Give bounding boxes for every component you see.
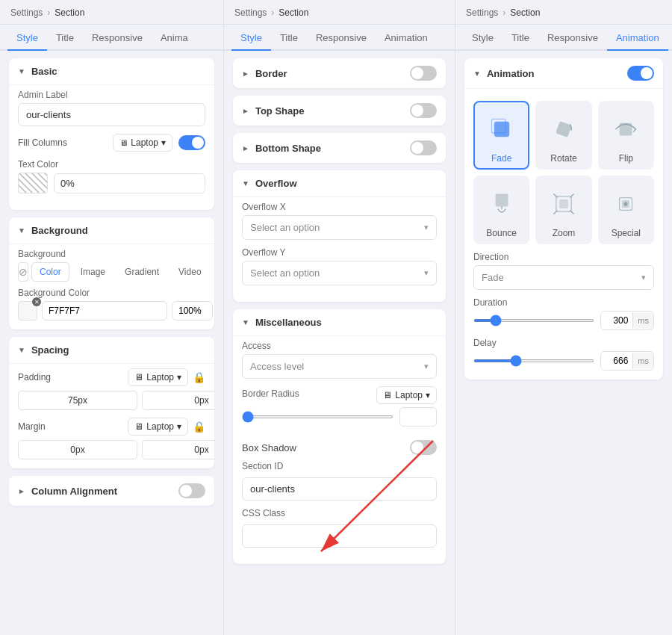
tab-responsive-left[interactable]: Responsive [83,25,152,51]
box-shadow-row: Box Shadow [242,434,437,461]
right-panel-content: ▼ Animation Fade [455,51,672,635]
tab-animation-right[interactable]: Animation [607,25,668,51]
bg-color-remove[interactable]: ✕ [32,297,41,306]
direction-value: Fade [482,272,504,283]
margin-device-row: Margin 🖥 Laptop ▾ 🔒 [18,418,205,436]
border-radius-value[interactable] [399,407,437,427]
tab-title-right[interactable]: Title [503,25,538,51]
left-breadcrumb: Settings › Section [0,0,223,25]
mid-breadcrumb-settings[interactable]: Settings [234,7,267,18]
anim-flip-card[interactable]: Flip [598,101,654,170]
padding-top[interactable] [18,391,137,410]
tab-animation-left[interactable]: Anima [152,25,197,51]
breadcrumb-settings[interactable]: Settings [10,7,43,18]
border-arrow: ► [242,69,249,78]
box-shadow-toggle[interactable] [410,440,437,455]
delay-input[interactable] [601,352,632,370]
direction-select[interactable]: Fade ▾ [473,265,654,290]
top-shape-toggle[interactable] [410,103,437,118]
admin-label-input[interactable]: our-clients [18,103,205,126]
section-id-field: Section ID our-clients [242,461,437,501]
overflow-x-select[interactable]: Select an option ▾ [242,215,437,240]
border-section: ► Border [233,58,446,88]
right-breadcrumb-settings[interactable]: Settings [466,7,498,18]
tab-style-right[interactable]: Style [463,25,503,51]
border-radius-device[interactable]: 🖥 Laptop ▾ [376,386,437,404]
anim-special-card[interactable]: Special [598,176,654,244]
bottom-shape-header[interactable]: ► Bottom Shape [233,133,446,163]
basic-title: Basic [31,66,57,77]
overflow-section: ▼ Overflow Overflow X Select an option ▾… [233,170,446,302]
top-shape-header[interactable]: ► Top Shape [233,96,446,126]
basic-section-body: Admin Label our-clients Fill Columns 🖥 L… [9,84,214,210]
overflow-y-select[interactable]: Select an option ▾ [242,261,437,285]
animation-toggle[interactable] [627,66,654,81]
duration-field: Duration ms [473,297,654,330]
bg-color-tab[interactable]: Color [31,262,69,282]
anim-rotate-card[interactable]: Rotate [535,101,591,170]
duration-slider[interactable] [473,319,594,322]
middle-panel-content: ► Border ► Top Shape ► Bottom Shape [224,51,455,635]
background-section-header[interactable]: ▼ Background [9,217,214,244]
column-alignment-toggle[interactable] [178,483,205,498]
tab-style-mid[interactable]: Style [231,25,271,51]
chevron-down-icon: ▾ [161,137,166,148]
margin-top[interactable] [18,440,137,459]
anim-fade-card[interactable]: Fade [473,101,529,170]
overflow-x-value: Select an option [250,222,320,233]
tab-title-left[interactable]: Title [47,25,83,51]
misc-header[interactable]: ▼ Miscellaneous [233,309,446,335]
tab-responsive-right[interactable]: Responsive [538,25,607,51]
text-color-label: Text Color [18,159,205,170]
text-color-preview[interactable] [18,173,48,193]
chevron-margin: ▾ [177,421,181,432]
tab-style-left[interactable]: Style [7,25,47,51]
margin-right[interactable] [142,440,214,459]
bg-none-btn[interactable]: ⊘ [18,262,28,282]
border-header[interactable]: ► Border [233,58,446,88]
bg-color-hex-input[interactable] [42,301,167,320]
bg-type-tabs: ⊘ Color Image Gradient Video [18,262,205,282]
animation-body: Fade Rotate [464,88,663,380]
tab-title-mid[interactable]: Title [271,25,307,51]
tab-responsive-mid[interactable]: Responsive [307,25,376,51]
access-chevron: ▾ [424,362,429,371]
bottom-shape-toggle[interactable] [410,140,437,155]
duration-slider-row: ms [473,311,654,330]
misc-title: Miscellaneous [255,317,322,328]
css-class-input[interactable] [242,524,437,548]
delay-label: Delay [473,338,654,348]
anim-zoom-card[interactable]: Zoom [535,176,591,244]
anim-bounce-card[interactable]: Bounce [473,176,529,244]
bg-color-label: Background Color [18,288,205,298]
duration-input[interactable] [601,312,632,329]
anim-rotate-icon [544,110,583,149]
border-radius-slider[interactable] [242,415,393,418]
bg-video-tab[interactable]: Video [170,262,209,282]
bg-color-pct-input[interactable] [172,301,213,320]
access-select[interactable]: Access level ▾ [242,354,437,379]
padding-right[interactable] [142,391,214,410]
overflow-header[interactable]: ▼ Overflow [233,170,446,196]
top-shape-title: Top Shape [255,105,304,117]
spacing-section-header[interactable]: ▼ Spacing [9,337,214,363]
border-toggle[interactable] [410,66,437,81]
padding-lock-icon[interactable]: 🔒 [193,371,205,383]
padding-device-row: Padding 🖥 Laptop ▾ 🔒 [18,368,205,386]
laptop-icon-padding: 🖥 [134,372,143,382]
bg-image-tab[interactable]: Image [72,262,113,282]
br-device-label: Laptop [395,390,423,400]
column-alignment-header[interactable]: ► Column Alignment [9,476,214,506]
section-id-input[interactable]: our-clients [242,477,437,501]
delay-slider[interactable] [473,359,594,362]
margin-device[interactable]: 🖥 Laptop ▾ [128,418,188,436]
basic-section-header[interactable]: ▼ Basic [9,58,214,84]
fill-columns-toggle[interactable] [178,135,205,150]
svg-point-10 [624,202,628,205]
animation-header[interactable]: ▼ Animation [464,58,663,88]
padding-device[interactable]: 🖥 Laptop ▾ [128,368,188,386]
bg-gradient-tab[interactable]: Gradient [116,262,167,282]
margin-lock-icon[interactable]: 🔒 [193,421,205,433]
fill-columns-device[interactable]: 🖥 Laptop ▾ [113,134,172,152]
tab-animation-mid[interactable]: Animation [376,25,437,51]
